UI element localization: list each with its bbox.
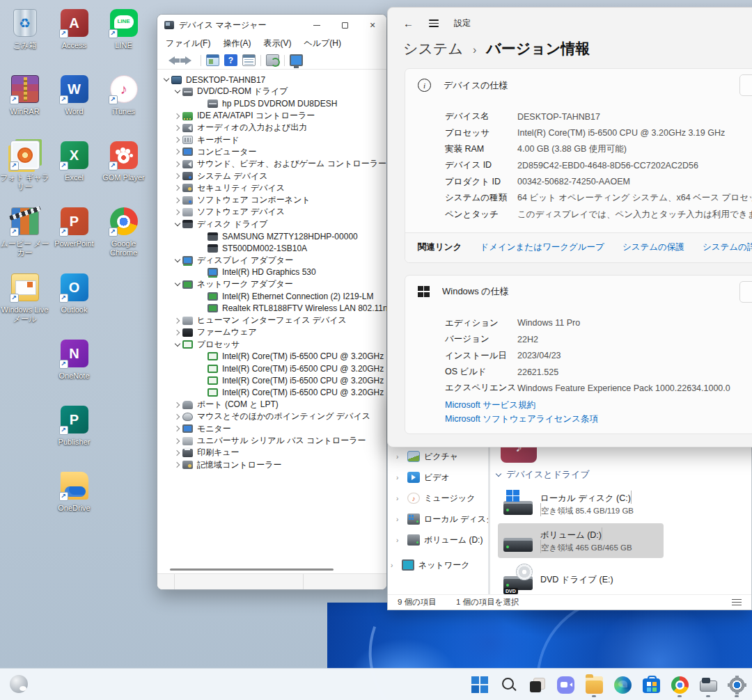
tree-chevron-icon[interactable] — [173, 344, 182, 346]
desktop-icon[interactable]: OneNote — [49, 337, 99, 404]
device-manager-titlebar[interactable]: デバイス マネージャー × — [157, 15, 386, 35]
device-tree-item[interactable]: モニター — [157, 423, 386, 435]
license-link[interactable]: Microsoft サービス規約 — [445, 399, 535, 411]
device-tree-item[interactable]: オーディオの入力および出力 — [157, 122, 386, 134]
sidebar-item[interactable]: › ボリューム (D:) — [388, 530, 488, 550]
desktop-icon[interactable]: PowerPoint — [49, 205, 99, 271]
drive-tile[interactable]: ボリューム (D:) 空き領域 465 GB/465 GB — [498, 523, 664, 558]
tree-chevron-icon[interactable] — [173, 126, 182, 130]
tree-chevron-icon[interactable] — [173, 260, 182, 262]
copy-button[interactable] — [739, 74, 752, 96]
device-tree-item[interactable]: ユニバーサル シリアル バス コントローラー — [157, 435, 386, 447]
desktop-icon[interactable]: Google Chrome — [99, 205, 148, 271]
tree-chevron-icon[interactable] — [173, 463, 182, 467]
device-tree-item[interactable]: ファームウェア — [157, 326, 386, 338]
sidebar-item[interactable]: › ローカル ディスク ( — [388, 509, 488, 530]
device-tree-item[interactable]: プロセッサ — [157, 339, 386, 351]
tree-chevron-icon[interactable] — [173, 186, 182, 190]
sidebar-divider[interactable] — [488, 447, 490, 597]
copy-button[interactable] — [739, 281, 752, 303]
chevron-right-icon[interactable]: › — [396, 474, 403, 482]
scrollbar-thumb[interactable] — [170, 568, 334, 571]
back-arrow-icon[interactable]: ← — [403, 17, 414, 29]
drive-tile[interactable]: DVD DVD ドライブ (E:) — [498, 562, 664, 596]
device-tree-item[interactable]: IDE ATA/ATAPI コントローラー — [157, 110, 386, 122]
maximize-button[interactable] — [331, 15, 359, 35]
device-tree-item[interactable]: Intel(R) Core(TM) i5-6500 CPU @ 3.20GHz — [157, 387, 386, 399]
device-tree-item[interactable]: ネットワーク アダプター — [157, 278, 386, 290]
desktop-icon[interactable]: Excel — [49, 139, 99, 205]
remote-monitor-icon[interactable] — [290, 54, 303, 66]
help-icon[interactable] — [224, 54, 237, 66]
sidebar-item[interactable]: › ミュージック — [388, 488, 488, 509]
chat-icon[interactable] — [556, 671, 574, 699]
tree-chevron-icon[interactable] — [173, 210, 182, 214]
device-tree-item[interactable]: セキュリティ デバイス — [157, 182, 386, 194]
settings-gear-icon[interactable] — [728, 671, 746, 699]
device-tree-item[interactable]: ポート (COM と LPT) — [157, 399, 386, 411]
chevron-right-icon[interactable]: › — [396, 536, 403, 544]
tree-chevron-icon[interactable] — [173, 403, 182, 407]
show-console-icon[interactable] — [206, 54, 219, 66]
desktop-icon[interactable]: WinRAR — [0, 73, 49, 139]
start-button[interactable] — [471, 671, 489, 699]
desktop-icon[interactable]: Outlook — [49, 271, 99, 337]
license-link[interactable]: Microsoft ソフトウェアライセンス条項 — [445, 413, 598, 425]
horizontal-scrollbar[interactable] — [157, 566, 386, 573]
tree-chevron-icon[interactable] — [173, 439, 182, 443]
desktop-icon[interactable]: GOM Player — [99, 139, 148, 205]
properties-icon[interactable] — [242, 54, 256, 66]
tree-chevron-icon[interactable] — [173, 150, 182, 154]
device-manager-icon[interactable] — [699, 671, 717, 699]
desktop-icon[interactable]: Publisher — [49, 404, 99, 470]
chevron-right-icon[interactable]: › — [396, 495, 403, 502]
device-tree-item[interactable]: システム デバイス — [157, 170, 386, 182]
sep[interactable] — [260, 55, 261, 66]
device-tree-item[interactable]: サウンド、ビデオ、およびゲーム コントローラー — [157, 158, 386, 170]
device-tree-item[interactable]: Intel(R) Core(TM) i5-6500 CPU @ 3.20GHz — [157, 351, 386, 363]
device-tree-item[interactable]: ソフトウェア コンポーネント — [157, 194, 386, 206]
menu-item[interactable]: ファイル(F) — [166, 38, 210, 49]
device-tree-item[interactable]: Realtek RTL8188FTV Wireless LAN 802.11n … — [157, 303, 386, 315]
drive-tile[interactable]: ローカル ディスク (C:) 空き領域 85.4 GB/119 GB — [498, 486, 664, 521]
tree-chevron-icon[interactable] — [173, 427, 182, 431]
desktop-icon[interactable]: Access — [49, 7, 99, 73]
close-button[interactable]: × — [359, 15, 386, 35]
tree-chevron-icon[interactable] — [173, 90, 182, 93]
desktop-icon[interactable]: ムービー メーカー — [0, 205, 49, 271]
tree-chevron-icon[interactable] — [173, 138, 182, 142]
device-tree-item[interactable]: Intel(R) Core(TM) i5-6500 CPU @ 3.20GHz — [157, 363, 386, 374]
desktop-icon[interactable]: Windows Live メール — [0, 271, 49, 337]
sidebar-item[interactable]: › ネットワーク — [388, 555, 488, 575]
desktop-icon[interactable]: フォト ギャラリー — [0, 139, 49, 205]
desktop-icon[interactable]: LINE — [99, 7, 148, 73]
breadcrumb-parent[interactable]: システム — [403, 39, 463, 58]
desktop-icon[interactable]: OneDrive — [49, 470, 99, 536]
hamburger-menu-icon[interactable] — [429, 19, 439, 27]
tree-chevron-icon[interactable] — [173, 319, 182, 323]
device-tree-item[interactable]: マウスとそのほかのポインティング デバイス — [157, 411, 386, 422]
tree-chevron-icon[interactable] — [173, 451, 182, 455]
device-tree-item[interactable]: ディスプレイ アダプター — [157, 254, 386, 266]
related-link[interactable]: ドメインまたはワークグループ — [480, 241, 604, 253]
task-view-icon[interactable] — [528, 671, 546, 699]
device-tree-item[interactable]: SAMSUNG MZ7TY128HDHP-00000 — [157, 230, 386, 242]
devices-and-drives-header[interactable]: デバイスとドライブ — [496, 468, 590, 481]
device-tree-item[interactable]: キーボード — [157, 134, 386, 145]
tree-chevron-icon[interactable] — [173, 223, 182, 225]
details-view-icon[interactable] — [732, 599, 742, 606]
tree-chevron-icon[interactable] — [173, 331, 182, 335]
related-link[interactable]: システムの詳細設定 — [703, 241, 752, 253]
sep[interactable] — [284, 55, 285, 66]
sidebar-item[interactable]: › ビデオ — [388, 467, 488, 488]
edge-icon[interactable] — [613, 671, 632, 699]
desktop-icon[interactable]: iTunes — [99, 73, 148, 139]
tree-chevron-icon[interactable] — [173, 283, 182, 285]
device-tree-item[interactable]: Intel(R) HD Graphics 530 — [157, 267, 386, 278]
tree-chevron-icon[interactable] — [173, 198, 182, 202]
device-tree-item[interactable]: 印刷キュー — [157, 447, 386, 459]
device-tree-item[interactable]: Intel(R) Core(TM) i5-6500 CPU @ 3.20GHz — [157, 374, 386, 386]
device-tree-item[interactable]: DVD/CD-ROM ドライブ — [157, 86, 386, 97]
tree-chevron-icon[interactable] — [173, 114, 182, 118]
tree-chevron-icon[interactable] — [173, 162, 182, 166]
